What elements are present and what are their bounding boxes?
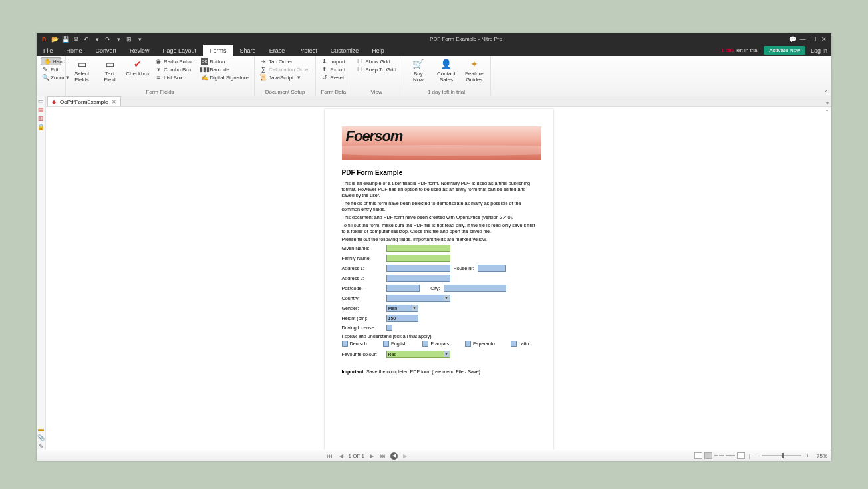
- comment-panel-icon[interactable]: ▬: [38, 426, 44, 432]
- last-page-button[interactable]: ⏭: [379, 452, 387, 460]
- pages-panel-icon[interactable]: ▭: [38, 98, 44, 104]
- javascript-button[interactable]: 📜JavaScript▾: [259, 73, 311, 81]
- facing-view-button[interactable]: [714, 455, 724, 456]
- text-field-button[interactable]: ▭Text Field: [98, 57, 122, 83]
- lang-fr-checkbox[interactable]: [422, 341, 428, 347]
- close-icon[interactable]: ✕: [821, 36, 827, 43]
- page-canvas[interactable]: ⌃ Foersom PDF Form Example This is an ex…: [46, 107, 831, 450]
- zoom-slider[interactable]: [762, 455, 801, 456]
- menu-convert[interactable]: Convert: [89, 45, 124, 56]
- document-tab[interactable]: ◆ OoPdfFormExample ✕: [47, 96, 121, 106]
- contact-sales-button[interactable]: 👤ContactSales: [434, 57, 458, 83]
- cart-icon: 🛒: [412, 59, 424, 71]
- menu-review[interactable]: Review: [123, 45, 156, 56]
- language-checkboxes: Deutsch English Français Esperanto Latin: [342, 341, 536, 347]
- page-paragraph: Please fill out the following fields. Im…: [342, 236, 536, 242]
- select-fields-button[interactable]: ▭Select Fields: [70, 57, 94, 83]
- snap-grid-toggle[interactable]: ☐Snap To Grid: [355, 65, 398, 73]
- ribbon-collapse-icon[interactable]: ⌃: [824, 90, 829, 96]
- menu-help[interactable]: Help: [365, 45, 391, 56]
- driving-license-checkbox[interactable]: [386, 325, 392, 331]
- undo-icon[interactable]: ↶: [83, 36, 90, 43]
- text-field-icon: ▭: [104, 59, 116, 71]
- zoom-in-button[interactable]: +: [806, 453, 809, 459]
- print-icon[interactable]: 🖶: [72, 36, 79, 43]
- checkbox-button[interactable]: ✔Checkbox: [126, 57, 150, 77]
- menu-home[interactable]: Home: [60, 45, 89, 56]
- nav-forward-button[interactable]: ▶: [401, 452, 409, 460]
- buy-now-button[interactable]: 🛒BuyNow: [406, 57, 430, 83]
- qat-dropdown2-icon[interactable]: ▾: [115, 36, 122, 43]
- fav-colour-select[interactable]: Red: [386, 351, 450, 358]
- menu-erase[interactable]: Erase: [263, 45, 292, 56]
- tab-close-icon[interactable]: ✕: [112, 99, 116, 105]
- address2-field[interactable]: [386, 275, 450, 282]
- list-box-button[interactable]: ≡List Box: [154, 73, 196, 81]
- maximize-icon[interactable]: ❐: [810, 36, 817, 43]
- qat-more-icon[interactable]: ⊞: [126, 36, 132, 43]
- show-grid-toggle[interactable]: ☐Show Grid: [355, 57, 398, 65]
- prev-page-button[interactable]: ◀: [337, 452, 345, 460]
- redo-icon[interactable]: ↷: [104, 36, 111, 43]
- feature-guides-button[interactable]: ✦FeatureGuides: [462, 57, 486, 83]
- tab-overflow-icon[interactable]: ▾: [826, 100, 831, 106]
- barcode-button[interactable]: ▮▮▮Barcode: [200, 65, 250, 73]
- menu-share[interactable]: Share: [233, 45, 263, 56]
- button-field-button[interactable]: OKButton: [200, 57, 250, 65]
- postcode-field[interactable]: [386, 285, 420, 292]
- given-name-field[interactable]: [386, 245, 450, 252]
- digital-signature-button[interactable]: ✍Digital Signature: [200, 73, 250, 81]
- reset-button[interactable]: ↺Reset: [320, 73, 347, 81]
- sign-panel-icon[interactable]: ✎: [39, 443, 44, 450]
- next-page-button[interactable]: ▶: [368, 452, 376, 460]
- hand-tool-button[interactable]: ✋Hand: [41, 57, 61, 65]
- fullscreen-view-button[interactable]: [737, 452, 745, 459]
- gender-select[interactable]: Man: [386, 305, 418, 312]
- menu-page-layout[interactable]: Page Layout: [156, 45, 204, 56]
- lang-de-checkbox[interactable]: [342, 341, 348, 347]
- qat-dropdown3-icon[interactable]: ▾: [136, 36, 143, 43]
- country-select[interactable]: [386, 295, 450, 302]
- attach-panel-icon[interactable]: 📎: [37, 434, 45, 441]
- qat-dropdown-icon[interactable]: ▾: [94, 36, 100, 43]
- menu-protect[interactable]: Protect: [291, 45, 324, 56]
- bookmarks-panel-icon[interactable]: ▤: [38, 106, 44, 113]
- page-paragraph: The fields of this form have been select…: [342, 200, 536, 212]
- continuous-view-button[interactable]: [704, 452, 712, 459]
- open-icon[interactable]: 📂: [51, 36, 58, 43]
- lang-eo-checkbox[interactable]: [465, 341, 471, 347]
- export-button[interactable]: ⬆Export: [320, 65, 347, 73]
- chat-icon[interactable]: 💬: [789, 36, 796, 43]
- zoom-tool-button[interactable]: 🔍Zoom▾: [41, 73, 61, 81]
- menu-forms[interactable]: Forms: [203, 45, 233, 56]
- zoom-level[interactable]: 75%: [817, 453, 827, 459]
- lang-la-checkbox[interactable]: [511, 341, 517, 347]
- height-field[interactable]: 150: [386, 315, 418, 322]
- single-page-view-button[interactable]: [694, 452, 702, 459]
- minimize-icon[interactable]: —: [799, 36, 806, 43]
- first-page-button[interactable]: ⏮: [326, 452, 334, 460]
- login-button[interactable]: Log In: [811, 47, 827, 54]
- radio-button-button[interactable]: ◉Radio Button: [154, 57, 196, 65]
- family-name-field[interactable]: [386, 255, 450, 262]
- facing-continuous-view-button[interactable]: [726, 455, 735, 456]
- combo-box-button[interactable]: ▾Combo Box: [154, 65, 196, 73]
- security-panel-icon[interactable]: 🔒: [37, 124, 45, 130]
- activate-button[interactable]: Activate Now: [764, 46, 805, 55]
- house-nr-field[interactable]: [478, 265, 506, 272]
- nav-back-button[interactable]: ◀: [390, 452, 398, 460]
- quick-access-toolbar: n 📂 💾 🖶 ↶ ▾ ↷ ▾ ⊞ ▾: [37, 36, 143, 43]
- menu-file[interactable]: File: [37, 45, 60, 56]
- scroll-up-icon[interactable]: ⌃: [825, 109, 829, 115]
- calculation-order-button[interactable]: ∑Calculation Order: [259, 65, 311, 73]
- address1-field[interactable]: [386, 265, 450, 272]
- edit-tool-button[interactable]: ✎Edit: [41, 65, 61, 73]
- menu-customize[interactable]: Customize: [324, 45, 366, 56]
- zoom-out-button[interactable]: −: [754, 453, 758, 459]
- layers-panel-icon[interactable]: ▥: [38, 115, 44, 122]
- lang-en-checkbox[interactable]: [383, 341, 389, 347]
- tab-order-button[interactable]: ⇥Tab Order: [259, 57, 311, 65]
- import-button[interactable]: ⬇Import: [320, 57, 347, 65]
- save-icon[interactable]: 💾: [62, 36, 69, 43]
- city-field[interactable]: [444, 285, 506, 292]
